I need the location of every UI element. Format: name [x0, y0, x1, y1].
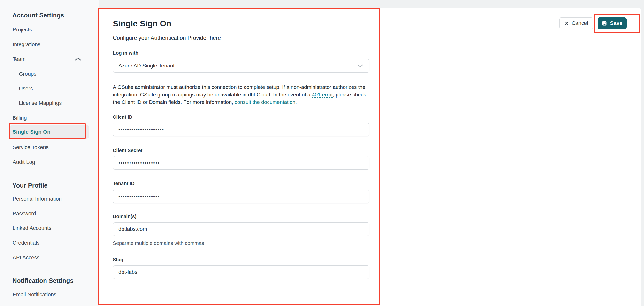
save-button[interactable]: Save [598, 17, 626, 29]
sidebar-item-integrations[interactable]: Integrations [12, 41, 40, 48]
client-secret-input[interactable] [113, 156, 370, 170]
401-error-link[interactable]: 401 error [312, 92, 333, 98]
sidebar-item-password[interactable]: Password [12, 210, 36, 217]
sidebar-item-projects[interactable]: Projects [12, 27, 32, 33]
sidebar-item-personal-information[interactable]: Personal Information [12, 196, 62, 202]
x-icon [564, 21, 569, 26]
sidebar-item-team[interactable]: Team [12, 56, 26, 62]
sso-settings-panel: Single Sign On Configure your Authentica… [99, 8, 641, 306]
sidebar-item-linked-accounts[interactable]: Linked Accounts [12, 225, 51, 231]
notice-text: . [295, 99, 297, 105]
sidebar-heading-your-profile: Your Profile [12, 182, 48, 189]
client-id-label: Client ID [113, 114, 132, 120]
page-title: Single Sign On [113, 19, 172, 28]
domains-help-text: Separate multiple domains with commas [113, 240, 204, 246]
sidebar-item-service-tokens[interactable]: Service Tokens [12, 144, 49, 151]
sidebar-item-api-access[interactable]: API Access [12, 255, 40, 261]
login-with-select[interactable]: Azure AD Single Tenant [113, 59, 370, 73]
sidebar-item-single-sign-on[interactable]: Single Sign On [10, 125, 89, 139]
settings-sidebar: Account Settings Projects Integrations T… [0, 0, 99, 306]
client-id-input[interactable] [113, 123, 370, 136]
login-with-label: Log in with [113, 50, 138, 56]
consult-documentation-link[interactable]: consult the documentation [234, 99, 295, 105]
cancel-button[interactable]: Cancel [559, 17, 593, 29]
sidebar-item-billing[interactable]: Billing [12, 115, 27, 121]
login-with-selected-value: Azure AD Single Tenant [118, 63, 174, 69]
sidebar-heading-notification-settings: Notification Settings [12, 277, 74, 285]
chevron-up-icon[interactable] [74, 57, 81, 61]
tenant-id-label: Tenant ID [113, 181, 134, 186]
chevron-down-icon [357, 64, 364, 68]
tenant-id-input[interactable] [113, 190, 370, 203]
sidebar-heading-account-settings: Account Settings [12, 11, 64, 19]
save-button-label: Save [610, 20, 622, 26]
sidebar-item-credentials[interactable]: Credentials [12, 240, 40, 246]
sidebar-item-groups[interactable]: Groups [19, 71, 36, 77]
sidebar-item-audit-log[interactable]: Audit Log [12, 159, 35, 165]
sidebar-item-email-notifications[interactable]: Email Notifications [12, 292, 56, 298]
client-secret-label: Client Secret [113, 148, 142, 153]
sidebar-item-license-mappings[interactable]: License Mappings [19, 100, 62, 106]
floppy-disk-icon [602, 20, 607, 26]
sidebar-item-label: Single Sign On [12, 129, 50, 135]
domains-label: Domain(s) [113, 214, 136, 219]
gsuite-authorization-notice: A GSuite administrator must authorize th… [113, 84, 372, 106]
sidebar-item-users[interactable]: Users [19, 86, 33, 92]
slug-input[interactable] [113, 265, 370, 279]
cancel-button-label: Cancel [572, 20, 588, 26]
domains-input[interactable] [113, 222, 370, 236]
page-subtitle: Configure your Authentication Provider h… [113, 35, 221, 41]
slug-label: Slug [113, 257, 123, 263]
